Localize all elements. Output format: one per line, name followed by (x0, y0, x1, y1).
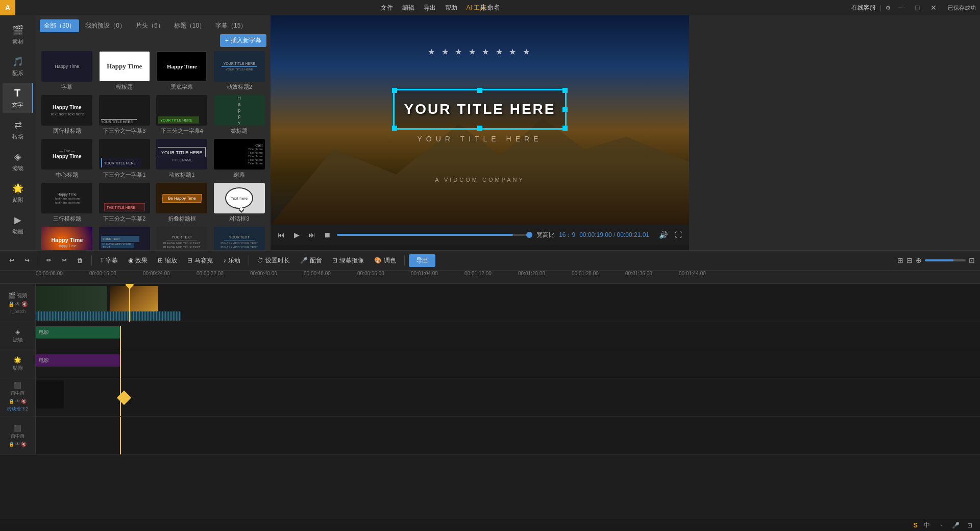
filter-track-label: 滤镜 (13, 336, 23, 344)
zoom-in-icon[interactable]: ⊞ (897, 256, 903, 264)
template-下三分之一字幕3[interactable]: YOUR TITLE HERE 下三分之一字幕3 (97, 95, 152, 136)
video-mute-icon[interactable]: 🔇 (21, 301, 28, 307)
audio-button[interactable]: 🎤 配音 (296, 254, 326, 267)
right-panel (689, 15, 980, 266)
add-track-icon[interactable]: ⊕ (916, 256, 922, 264)
sidebar-item-配乐[interactable]: 🎵 配乐 (3, 51, 33, 82)
filter-track-content[interactable]: 电影 (36, 322, 980, 350)
toolbar: ↩ ↪ ✏ ✂ 🗑 T 字幕 ◉ 效果 ⊞ 缩放 ⊟ 马赛克 ♪ 乐动 ⏱ 设置… (0, 250, 980, 271)
sidebar-item-动画[interactable]: ▶ 动画 (3, 209, 33, 240)
video-clip-1[interactable] (36, 286, 107, 311)
zoom-slider[interactable] (925, 259, 966, 261)
tab-subtitle[interactable]: 字幕（15） (211, 19, 251, 32)
pip2-lock-icon[interactable]: 🔒 (9, 442, 14, 447)
pip-handle[interactable] (117, 391, 131, 405)
pip-track-name: 砖块滑下2 (7, 406, 28, 413)
sticker-clip[interactable]: 电影 (36, 354, 120, 367)
video-eye-icon[interactable]: 👁 (15, 301, 20, 307)
minimize-button[interactable]: ─ (895, 2, 907, 14)
sidebar-item-贴附[interactable]: 🌟 贴附 (3, 178, 33, 208)
sidebar-item-转场[interactable]: ⇄ 转场 (3, 114, 33, 145)
filter-clip[interactable]: 电影 (36, 326, 120, 339)
online-service[interactable]: 在线客服 (851, 4, 876, 12)
export-button[interactable]: 导出 (409, 254, 435, 267)
sidebar-item-滤镜[interactable]: ◈ 滤镜 (3, 146, 33, 177)
music-button[interactable]: ♪ 乐动 (219, 254, 244, 267)
remove-bg-button[interactable]: ⊡ 绿幕抠像 (328, 254, 368, 267)
template-签标题[interactable]: H a p p y 签标题 (212, 95, 267, 136)
expand-timeline-icon[interactable]: ⊡ (969, 256, 975, 264)
tab-all[interactable]: 全部（30） (40, 19, 79, 32)
cut-button[interactable]: ✂ (58, 255, 71, 266)
progress-thumb[interactable] (526, 232, 532, 238)
template-对话框3[interactable]: Text here 对话框3 (212, 183, 267, 224)
menu-help[interactable]: 帮助 (441, 2, 461, 14)
color-button[interactable]: 🎨 调色 (370, 254, 400, 267)
pip-clip-1[interactable] (36, 380, 64, 408)
menu-file[interactable]: 文件 (377, 2, 397, 14)
volume-button[interactable]: 🔊 (657, 229, 669, 240)
template-字幕[interactable]: Happy Time 字幕 (40, 51, 94, 92)
tab-opening[interactable]: 片头（5） (132, 19, 168, 32)
sidebar-item-素材[interactable]: 🎬 素材 (3, 19, 33, 50)
pip-mute-icon[interactable]: 🔇 (21, 399, 27, 404)
template-下三分之一字幕4[interactable]: YOUR TITLE HERE 下三分之一字幕4 (155, 95, 209, 136)
sidebar: 🎬 素材 🎵 配乐 T 文字 ⇄ 转场 ◈ 滤镜 🌟 贴附 ▶ 动画 (0, 15, 36, 266)
template-下三分之一字幕2[interactable]: THE TITLE HERE 下三分之一字幕2 (97, 183, 152, 224)
delete-button[interactable]: 🗑 (73, 255, 87, 266)
close-button[interactable]: ✕ (927, 2, 940, 14)
zoom-label: 缩放 (165, 256, 177, 265)
video-lock-icon[interactable]: 🔒 (8, 301, 14, 307)
audio-waveform (36, 311, 181, 321)
pip-track-1-content[interactable] (36, 378, 980, 416)
skip-back-button[interactable]: ⏮ (276, 229, 287, 240)
menu-export[interactable]: 导出 (420, 2, 440, 14)
template-谢幕[interactable]: Cast Title Name Title Name Title Name Ti… (212, 139, 267, 180)
template-中心标题[interactable]: — Title — Happy Time 中心标题 (40, 139, 94, 180)
audio-icon: 🎤 (300, 257, 308, 264)
toolbar-separator-3 (249, 255, 249, 266)
template-模板题[interactable]: Happy Time 模板题 (97, 51, 152, 92)
title-text[interactable]: YOUR TITLE HERE (404, 101, 555, 117)
play-button[interactable]: ▶ (291, 229, 302, 240)
template-三行模标题[interactable]: Happy Time Text here text here Text here… (40, 183, 94, 224)
tab-title[interactable]: 标题（10） (170, 19, 209, 32)
text-tool-button[interactable]: T 字幕 (96, 254, 122, 267)
settings-icon[interactable]: ⚙ (886, 5, 891, 11)
video-clip-2[interactable] (110, 286, 158, 311)
mosaic-button[interactable]: ⊟ 马赛克 (183, 254, 217, 267)
skip-forward-button[interactable]: ⏭ (306, 229, 317, 240)
pip-eye-icon[interactable]: 👁 (15, 399, 20, 404)
template-下三分之一字幕1[interactable]: YOUR TITLE HERE 下三分之一字幕1 (97, 139, 152, 180)
transition-icon: ⇄ (14, 119, 22, 131)
tab-preset[interactable]: 我的预设（0） (81, 19, 130, 32)
zoom-icon: ⊞ (158, 257, 163, 264)
menu-edit[interactable]: 编辑 (398, 2, 419, 14)
template-动效标题1[interactable]: YOUR TITLE HERE TITLE NAME 动效标题1 (155, 139, 209, 180)
template-两行模标题[interactable]: Happy Time Text here text here 两行模标题 (40, 95, 94, 136)
undo-button[interactable]: ↩ (5, 255, 18, 266)
redo-button[interactable]: ↪ (20, 255, 34, 266)
title-text-box[interactable]: YOUR TITLE HERE (393, 89, 567, 130)
template-动效标题2[interactable]: YOUR TITLE HERE YOUR TITLE HERE 动效标题2 (212, 51, 267, 92)
pip-track-2-content[interactable] (36, 417, 980, 454)
pip-lock-icon[interactable]: 🔒 (9, 399, 14, 404)
stop-button[interactable]: ⏹ (322, 229, 333, 240)
template-折叠标题框[interactable]: Be Happy Time 折叠标题框 (155, 183, 209, 224)
zoom-button[interactable]: ⊞ 缩放 (154, 254, 181, 267)
progress-bar[interactable] (337, 234, 532, 236)
zoom-out-icon[interactable]: ⊟ (906, 256, 913, 264)
paint-button[interactable]: ✏ (42, 255, 56, 266)
template-黑底字幕[interactable]: Happy Time 黑底字幕 (155, 51, 209, 92)
template-label: 三行模标题 (53, 215, 81, 223)
effect-button[interactable]: ◉ 效果 (124, 254, 152, 267)
sidebar-item-文字[interactable]: T 文字 (3, 83, 33, 113)
pip2-mute-icon[interactable]: 🔇 (21, 442, 27, 447)
sticker-track-content[interactable]: 电影 (36, 350, 980, 378)
duration-button[interactable]: ⏱ 设置时长 (253, 254, 294, 267)
insert-subtitle-button[interactable]: + 插入新字幕 (220, 34, 266, 47)
pip2-eye-icon[interactable]: 👁 (15, 442, 20, 447)
maximize-button[interactable]: □ (911, 2, 923, 14)
video-track-content[interactable] (36, 284, 980, 322)
fullscreen-button[interactable]: ⛶ (673, 229, 684, 240)
